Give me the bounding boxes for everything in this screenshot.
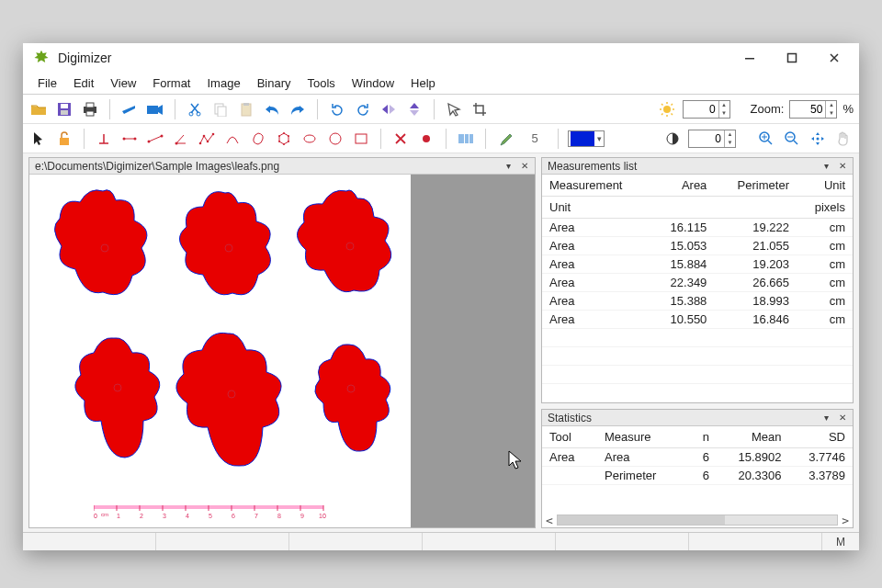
brightness-icon[interactable] <box>657 99 677 119</box>
pan-icon[interactable] <box>808 129 828 149</box>
menu-edit[interactable]: Edit <box>66 74 101 93</box>
table-row[interactable]: Area16.11519.222cm <box>542 219 853 237</box>
table-row[interactable]: Area22.34926.665cm <box>542 274 853 292</box>
point-tool-icon[interactable] <box>94 129 114 149</box>
camera-icon[interactable] <box>145 99 165 119</box>
cut-icon[interactable] <box>185 99 205 119</box>
right-column: Measurements list ▾ ✕ Measurement Area P… <box>541 157 854 528</box>
brightness-spinner[interactable]: ▲▼ <box>683 100 730 119</box>
zoom-input[interactable] <box>790 101 825 118</box>
rotate-cw-icon[interactable] <box>353 99 373 119</box>
arrow-tool-icon[interactable] <box>444 99 464 119</box>
panel-menu-icon[interactable]: ▾ <box>819 412 833 424</box>
panel-menu-icon[interactable]: ▾ <box>501 160 515 173</box>
polygon-icon[interactable] <box>274 129 294 149</box>
open-icon[interactable] <box>28 99 49 119</box>
col-unit[interactable]: Unit <box>797 175 853 197</box>
panel-close-icon[interactable]: ✕ <box>835 412 850 424</box>
col-area[interactable]: Area <box>650 175 714 197</box>
svg-point-15 <box>663 106 671 113</box>
table-row[interactable]: Area15.05321.055cm <box>542 237 853 255</box>
menu-window[interactable]: Window <box>345 74 401 93</box>
flip-v-icon[interactable] <box>404 99 424 119</box>
contrast-icon[interactable] <box>662 129 683 149</box>
contrast-spinner[interactable]: ▲▼ <box>688 130 736 148</box>
svg-point-28 <box>288 141 289 142</box>
undo-icon[interactable] <box>262 99 282 119</box>
menu-image[interactable]: Image <box>199 74 247 93</box>
col-measure[interactable]: Measure <box>597 426 680 448</box>
table-row[interactable]: Area15.38818.993cm <box>542 292 853 311</box>
svg-point-23 <box>203 134 206 137</box>
unlock-icon[interactable] <box>54 129 74 149</box>
separator <box>380 129 381 149</box>
panel-menu-icon[interactable]: ▾ <box>819 160 833 173</box>
svg-point-29 <box>283 143 285 145</box>
table-header-row: Tool Measure n Mean SD <box>542 426 853 448</box>
flip-h-icon[interactable] <box>379 99 399 119</box>
zoom-in-icon[interactable] <box>756 129 776 149</box>
svg-point-39 <box>817 137 820 140</box>
image-grey-area <box>411 175 535 527</box>
brightness-input[interactable] <box>684 101 718 118</box>
pointer-icon[interactable] <box>28 129 49 149</box>
table-row[interactable]: Perimeter620.33063.3789 <box>542 467 853 485</box>
curve-tool-icon[interactable] <box>222 129 243 149</box>
col-measurement[interactable]: Measurement <box>542 175 650 197</box>
ellipse-icon[interactable] <box>300 129 320 149</box>
maximize-button[interactable] <box>771 43 813 73</box>
statusbar: M <box>23 532 859 550</box>
status-mode: M <box>822 533 859 550</box>
hand-icon[interactable] <box>833 129 854 149</box>
panel-close-icon[interactable]: ✕ <box>517 160 532 173</box>
svg-rect-14 <box>243 103 249 106</box>
scanner-icon[interactable] <box>119 99 140 119</box>
svg-point-26 <box>283 132 285 134</box>
col-tool[interactable]: Tool <box>542 426 597 448</box>
col-sd[interactable]: SD <box>789 426 853 448</box>
col-n[interactable]: n <box>680 426 717 448</box>
circle-icon[interactable] <box>325 129 345 149</box>
segment-tool-icon[interactable] <box>145 129 165 149</box>
menu-binary[interactable]: Binary <box>250 74 299 93</box>
separator <box>317 99 318 119</box>
print-icon[interactable] <box>80 99 100 119</box>
menu-file[interactable]: File <box>30 74 64 93</box>
rect-icon[interactable] <box>351 129 371 149</box>
close-button[interactable] <box>813 43 855 73</box>
barcode-icon[interactable] <box>456 129 476 149</box>
polyline-tool-icon[interactable] <box>197 129 217 149</box>
statistics-scrollbar[interactable]: <> <box>542 513 853 527</box>
menu-format[interactable]: Format <box>145 74 198 93</box>
contrast-input[interactable] <box>689 130 724 147</box>
table-row[interactable]: Area10.55016.846cm <box>542 311 853 329</box>
save-icon[interactable] <box>54 99 74 119</box>
image-canvas[interactable]: 0 1 2 3 4 5 6 7 8 9 10 <box>29 175 535 527</box>
table-row[interactable]: Area15.88419.203cm <box>542 255 853 274</box>
menubar: File Edit View Format Image Binary Tools… <box>23 73 859 95</box>
leaf-shape-2 <box>172 182 282 320</box>
eyedropper-icon[interactable] <box>495 129 515 149</box>
color-swatch-dropdown[interactable] <box>568 130 605 147</box>
minimize-button[interactable] <box>729 43 771 73</box>
zoom-out-icon[interactable] <box>782 129 802 149</box>
redo-icon[interactable] <box>288 99 308 119</box>
delete-marker-icon[interactable] <box>390 129 411 149</box>
separator <box>84 129 85 149</box>
closed-curve-icon[interactable] <box>248 129 268 149</box>
copy-icon[interactable] <box>210 99 231 119</box>
angle-tool-icon[interactable] <box>171 129 191 149</box>
zoom-spinner[interactable]: ▲▼ <box>789 100 837 119</box>
panel-close-icon[interactable]: ✕ <box>835 160 850 173</box>
col-perimeter[interactable]: Perimeter <box>714 175 797 197</box>
crop-icon[interactable] <box>469 99 490 119</box>
marker-dot-icon[interactable] <box>416 129 436 149</box>
menu-tools[interactable]: Tools <box>300 74 342 93</box>
table-row[interactable]: AreaArea615.89023.7746 <box>542 448 853 467</box>
line-tool-icon[interactable] <box>119 129 140 149</box>
paste-icon[interactable] <box>236 99 256 119</box>
rotate-ccw-icon[interactable] <box>327 99 347 119</box>
menu-view[interactable]: View <box>103 74 143 93</box>
menu-help[interactable]: Help <box>403 74 443 93</box>
col-mean[interactable]: Mean <box>717 426 788 448</box>
